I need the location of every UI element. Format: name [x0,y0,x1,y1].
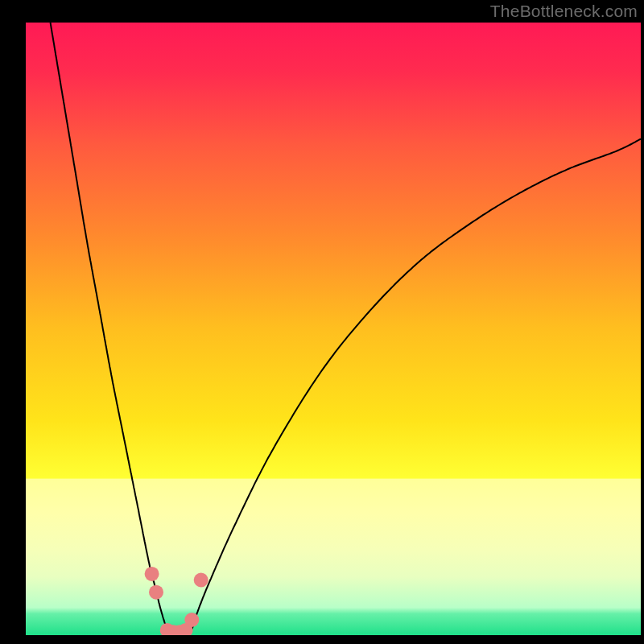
marker-dot [184,613,199,627]
chart-frame: TheBottleneck.com [0,0,644,644]
watermark-text: TheBottleneck.com [490,2,638,21]
marker-dot [145,567,159,581]
plot-background [26,23,641,635]
marker-dot [194,573,208,588]
marker-dot [149,585,163,600]
bottleneck-chart [0,0,644,644]
